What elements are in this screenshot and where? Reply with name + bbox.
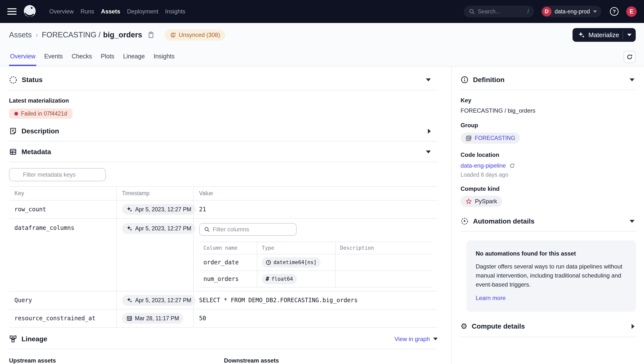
collapse-icon[interactable] [630,220,634,223]
timestamp-badge[interactable]: Apr 5, 2023, 12:27 PM [122,223,196,234]
column-header-type: Type [257,242,336,254]
asset-tabs: Overview Events Checks Plots Lineage Ins… [9,53,176,66]
help-icon[interactable]: ? [609,6,619,17]
document-icon [9,127,17,135]
search-shortcut: / [528,8,529,15]
section-title: Description [22,127,59,135]
collapse-icon[interactable] [426,78,431,81]
tab-checks[interactable]: Checks [71,53,93,66]
nav-link-assets[interactable]: Assets [101,8,120,15]
timestamp-badge[interactable]: Apr 5, 2023, 12:27 PM [122,204,196,215]
materialize-button[interactable]: Materialize [572,28,622,42]
column-description [336,271,432,287]
group-link-badge[interactable]: FORECASTING [460,133,520,144]
asset-header: Assets › FORECASTING / big_orders Unsync… [0,23,644,66]
dataframe-columns-table: Column name Type Description order_date … [199,242,432,288]
collapse-icon[interactable] [426,150,431,153]
columns-filter-input[interactable] [213,226,292,233]
deployment-switcher[interactable]: D data-eng-prod [541,6,602,17]
clock-icon [266,260,271,265]
compute-kind-badge[interactable]: PySpark [460,196,502,207]
section-title: Status [22,76,43,84]
nav-link-insights[interactable]: Insights [165,8,186,15]
collapse-icon[interactable] [630,78,634,81]
latest-materialization-label: Latest materialization [9,97,438,104]
lineage-body: Upstream assets FORECASTING / predicted_… [9,349,438,364]
nav-right: / D data-eng-prod ? E [464,6,637,17]
number-icon: # [266,276,269,282]
breadcrumb: Assets › FORECASTING / big_orders Unsync… [0,23,644,47]
status-section-header[interactable]: Status [9,66,438,90]
nav-link-runs[interactable]: Runs [80,8,94,15]
global-search[interactable]: / [464,6,534,17]
type-badge: # float64 [262,274,297,284]
empty-state-body: Dagster offers several ways to run data … [476,262,627,289]
unsynced-badge[interactable]: Unsynced (308) [165,30,225,41]
section-title: Lineage [22,335,47,343]
user-avatar[interactable]: E [626,6,637,17]
metadata-filter[interactable] [9,168,106,181]
top-nav: Overview Runs Assets Deployment Insights… [0,0,644,23]
downstream-label: Downstream assets [224,357,279,364]
nav-link-overview[interactable]: Overview [49,8,74,15]
search-input[interactable] [478,8,525,15]
materialize-options-button[interactable] [623,28,636,42]
group-label: Group [460,122,636,129]
column-header-description: Description [336,242,432,254]
sparkle-icon [126,206,133,213]
copy-icon[interactable] [147,31,155,39]
content: Status Latest materialization Failed in … [0,66,644,364]
metadata-value: 50 [194,309,438,327]
nav-link-deployment[interactable]: Deployment [127,8,158,15]
tab-events[interactable]: Events [43,53,64,66]
refresh-button[interactable] [624,51,636,63]
view-in-graph-button[interactable]: View in graph [394,336,438,342]
metadata-filter-input[interactable] [23,171,101,178]
tab-overview[interactable]: Overview [9,53,36,66]
automation-section-header[interactable]: Automation details [460,212,636,232]
columns-filter[interactable] [199,223,297,236]
tab-lineage[interactable]: Lineage [122,53,146,66]
metadata-section-header[interactable]: Metadata [9,141,438,162]
timestamp-label: Apr 5, 2023, 12:27 PM [135,206,191,213]
expand-icon[interactable] [632,324,634,329]
timestamp-badge[interactable]: Apr 5, 2023, 12:27 PM [122,295,196,306]
chevron-down-icon [627,34,632,36]
upstream-label: Upstream assets [9,357,224,364]
gear-icon: ⚙ [460,322,468,330]
downstream-assets: Downstream assets – [224,357,279,364]
view-in-graph-label: View in graph [394,336,430,342]
breadcrumb-assets-link[interactable]: Assets [9,31,32,39]
metadata-value: 21 [194,200,438,218]
breadcrumb-separator: › [36,31,38,39]
metadata-key: row_count [9,200,116,218]
tab-insights[interactable]: Insights [153,53,176,66]
column-name: order_date [199,254,257,271]
code-location-link[interactable]: data-eng-pipeline [460,162,506,169]
timestamp-badge[interactable]: Mar 28, 11:17 PM [122,313,184,324]
reload-icon[interactable] [509,163,515,169]
tab-plots[interactable]: Plots [100,53,116,66]
metadata-value: SELECT * FROM DEMO_DB2.FORECASTING.big_o… [194,291,438,309]
table-row: resource_constrained_at Mar 28, 11:17 PM… [9,309,438,327]
main-column: Status Latest materialization Failed in … [0,66,452,364]
lineage-section-header: Lineage View in graph [9,328,438,349]
expand-icon[interactable] [428,129,431,134]
timestamp-label: Mar 28, 11:17 PM [135,315,179,322]
metadata-key: Query [9,291,116,309]
menu-icon[interactable] [7,8,16,15]
search-icon [468,8,475,15]
compute-details-section-header[interactable]: ⚙ Compute details [460,315,636,337]
description-section-header[interactable]: Description [9,126,438,141]
section-title: Compute details [472,322,525,330]
failed-run-label: Failed in 07f4421d [21,110,67,117]
table-row: row_count Apr 5, 2023, 12:27 PM 21 [9,200,438,218]
definition-section-header[interactable]: Definition [460,66,636,90]
metadata-key: dataframe_columns [9,218,116,291]
sparkle-icon [578,31,585,39]
learn-more-link[interactable]: Learn more [476,295,506,301]
column-description [336,254,432,271]
failed-run-badge[interactable]: Failed in 07f4421d [9,108,72,119]
dagster-logo-icon[interactable] [22,4,37,19]
star-icon [466,198,472,205]
